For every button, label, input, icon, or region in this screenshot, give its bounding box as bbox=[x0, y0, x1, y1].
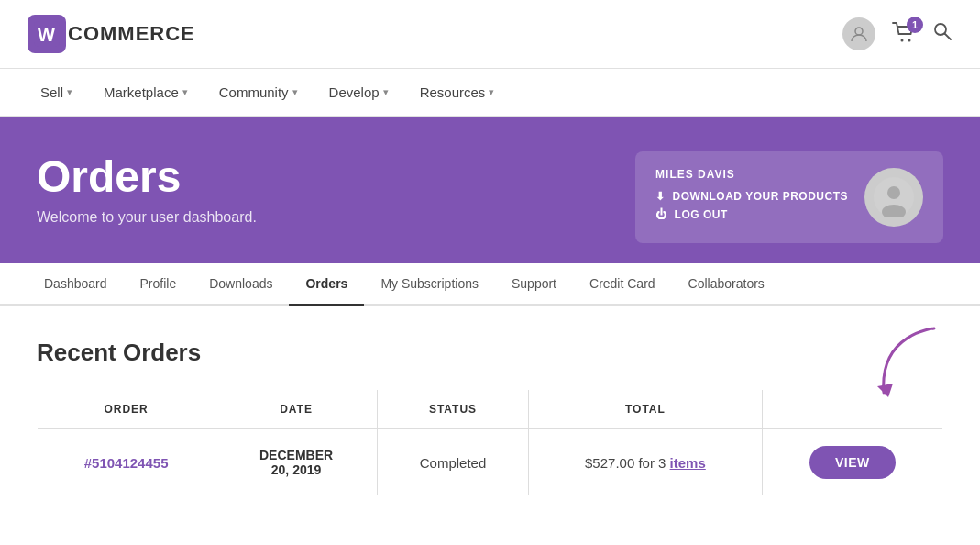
col-status: STATUS bbox=[377, 390, 528, 429]
hero-left: Orders Welcome to your user dashboard. bbox=[37, 144, 257, 226]
search-button[interactable] bbox=[932, 21, 952, 47]
user-avatar-button[interactable] bbox=[842, 17, 875, 50]
order-action-cell: VIEW bbox=[762, 429, 942, 496]
header-icons: 1 bbox=[842, 17, 952, 50]
dashboard-tabs: Dashboard Profile Downloads Orders My Su… bbox=[0, 263, 980, 306]
table-row: #5104124455 DECEMBER 20, 2019 Completed … bbox=[38, 429, 943, 496]
col-date: DATE bbox=[215, 390, 378, 429]
order-total-text: $527.00 for 3 bbox=[585, 455, 670, 471]
col-order: ORDER bbox=[38, 390, 215, 429]
tab-credit-card[interactable]: Credit Card bbox=[573, 263, 672, 306]
svg-point-8 bbox=[887, 186, 900, 199]
recent-orders-title: Recent Orders bbox=[37, 339, 943, 367]
chevron-down-icon: ▾ bbox=[182, 86, 188, 98]
order-number-link[interactable]: #5104124455 bbox=[84, 455, 169, 471]
nav-item-sell[interactable]: Sell ▾ bbox=[28, 79, 85, 106]
tab-orders[interactable]: Orders bbox=[289, 263, 364, 306]
logout-icon: ⏻ bbox=[655, 208, 667, 221]
order-status: Completed bbox=[420, 455, 487, 471]
chevron-down-icon: ▾ bbox=[67, 86, 72, 98]
tab-collaborators[interactable]: Collaborators bbox=[672, 263, 781, 306]
username-label: MILES DAVIS bbox=[655, 168, 848, 181]
svg-point-4 bbox=[908, 39, 911, 42]
main-nav: Sell ▾ Marketplace ▾ Community ▾ Develop… bbox=[0, 69, 980, 117]
order-date-cell: DECEMBER 20, 2019 bbox=[215, 429, 378, 496]
main-content: Recent Orders ORDER DATE STATUS TOTAL #5… bbox=[0, 306, 980, 529]
view-order-button[interactable]: VIEW bbox=[809, 446, 896, 479]
tab-profile[interactable]: Profile bbox=[124, 263, 193, 306]
order-status-cell: Completed bbox=[377, 429, 528, 496]
order-total-cell: $527.00 for 3 items bbox=[529, 429, 763, 496]
tab-support[interactable]: Support bbox=[495, 263, 573, 306]
tab-my-subscriptions[interactable]: My Subscriptions bbox=[364, 263, 495, 306]
orders-table: ORDER DATE STATUS TOTAL #5104124455 DECE… bbox=[37, 389, 943, 496]
tab-dashboard[interactable]: Dashboard bbox=[28, 263, 124, 306]
nav-item-marketplace[interactable]: Marketplace ▾ bbox=[91, 79, 201, 106]
col-total: TOTAL bbox=[529, 390, 763, 429]
nav-item-resources[interactable]: Resources ▾ bbox=[407, 79, 508, 106]
tab-downloads[interactable]: Downloads bbox=[193, 263, 289, 306]
user-card: MILES DAVIS ⬇ DOWNLOAD YOUR PRODUCTS ⏻ L… bbox=[635, 151, 943, 243]
cart-badge: 1 bbox=[907, 17, 923, 33]
arrow-decoration bbox=[870, 324, 943, 406]
svg-line-6 bbox=[945, 34, 952, 40]
order-number-cell: #5104124455 bbox=[38, 429, 215, 496]
site-header: W COMMERCE 1 bbox=[0, 0, 980, 69]
download-products-button[interactable]: ⬇ DOWNLOAD YOUR PRODUCTS bbox=[655, 190, 848, 203]
user-info: MILES DAVIS ⬇ DOWNLOAD YOUR PRODUCTS ⏻ L… bbox=[655, 168, 848, 227]
chevron-down-icon: ▾ bbox=[489, 86, 494, 98]
svg-point-3 bbox=[901, 39, 904, 42]
download-icon: ⬇ bbox=[655, 190, 666, 203]
logo-bubble: W bbox=[28, 15, 66, 53]
chevron-down-icon: ▾ bbox=[292, 86, 298, 98]
nav-item-community[interactable]: Community ▾ bbox=[206, 79, 311, 106]
nav-item-develop[interactable]: Develop ▾ bbox=[316, 79, 402, 106]
logo[interactable]: W COMMERCE bbox=[28, 15, 195, 53]
hero-subtitle: Welcome to your user dashboard. bbox=[37, 209, 257, 226]
hero-section: Orders Welcome to your user dashboard. M… bbox=[0, 117, 980, 263]
chevron-down-icon: ▾ bbox=[383, 86, 389, 98]
order-items-link[interactable]: items bbox=[670, 455, 706, 471]
order-date: DECEMBER 20, 2019 bbox=[232, 448, 360, 477]
svg-text:W: W bbox=[38, 25, 55, 45]
svg-marker-10 bbox=[877, 384, 893, 397]
page-title: Orders bbox=[37, 153, 257, 202]
svg-point-2 bbox=[855, 28, 863, 35]
avatar bbox=[864, 168, 923, 227]
logout-button[interactable]: ⏻ LOG OUT bbox=[655, 208, 848, 221]
cart-button[interactable]: 1 bbox=[892, 22, 916, 46]
logo-text: COMMERCE bbox=[68, 22, 195, 46]
